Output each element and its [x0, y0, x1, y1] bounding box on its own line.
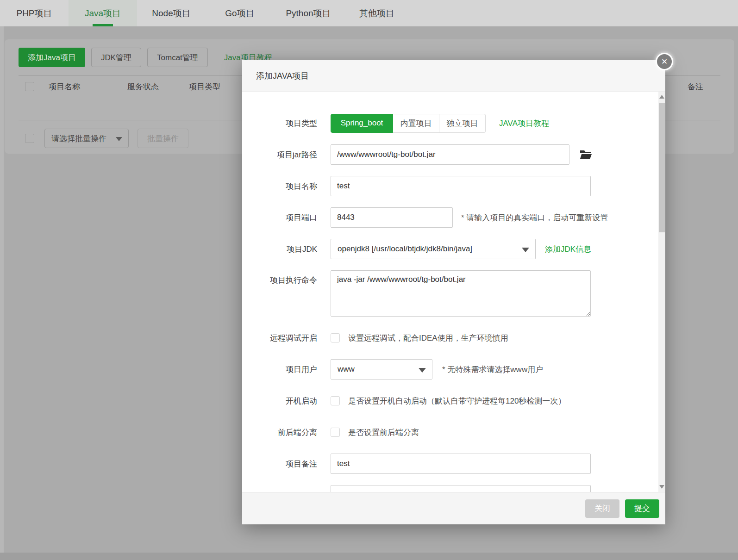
- project-type-springboot[interactable]: Spring_boot: [331, 114, 393, 133]
- java-toolbar: 添加Java项目 JDK管理 Tomcat管理 Java项目教程: [19, 48, 272, 67]
- project-type-tabbar: PHP项目 Java项目 Node项目 Go项目 Python项目 其他项目: [0, 0, 738, 26]
- autostart-checkbox[interactable]: [331, 396, 340, 405]
- tab-php[interactable]: PHP项目: [0, 0, 69, 26]
- add-jdk-link[interactable]: 添加JDK信息: [545, 244, 591, 255]
- row-project-type: 项目类型 Spring_boot 内置项目 独立项目 JAVA项目教程: [242, 113, 665, 133]
- row-exec-command: 项目执行命令 java -jar /www/wwwroot/tg-bot/bot…: [242, 270, 665, 317]
- project-user-select[interactable]: www: [331, 359, 432, 380]
- close-icon[interactable]: ✕: [656, 53, 673, 70]
- dialog-header: 添加JAVA项目: [242, 60, 665, 92]
- dialog-submit-button[interactable]: 提交: [625, 499, 659, 518]
- col-service-status: 服务状态: [127, 76, 159, 97]
- project-name-label: 项目名称: [242, 181, 317, 192]
- row-remote-debug: 远程调试开启 设置远程调试，配合IDEA使用，生产环境慎用: [242, 328, 665, 348]
- autostart-label: 开机启动: [242, 396, 317, 406]
- exec-command-label: 项目执行命令: [242, 275, 317, 286]
- row-front-back-separation: 前后端分离 是否设置前后端分离: [242, 422, 665, 442]
- project-port-hint: * 请输入项目的真实端口，启动可重新设置: [461, 212, 608, 223]
- row-project-port: 项目端口 * 请输入项目的真实端口，启动可重新设置: [242, 207, 665, 228]
- remote-debug-label: 远程调试开启: [242, 333, 317, 343]
- dialog-footer: 关闭 提交: [242, 492, 665, 524]
- project-type-builtin[interactable]: 内置项目: [393, 114, 439, 133]
- project-note-label: 项目备注: [242, 459, 317, 469]
- batch-operation-select-value: 请选择批量操作: [51, 133, 106, 144]
- project-port-input[interactable]: [331, 207, 453, 228]
- batch-operation-button[interactable]: 批量操作: [138, 129, 188, 148]
- page-bottom-strip: [0, 553, 738, 560]
- tab-other[interactable]: 其他项目: [343, 0, 411, 26]
- remote-debug-checkbox[interactable]: [331, 333, 340, 342]
- scrollbar-down-icon[interactable]: [658, 483, 665, 491]
- tab-java[interactable]: Java项目: [69, 0, 137, 26]
- tomcat-manage-button[interactable]: Tomcat管理: [147, 48, 208, 67]
- col-project-name: 项目名称: [49, 76, 80, 97]
- project-jdk-select[interactable]: openjdk8 [/usr/local/btjdk/jdk8/bin/java…: [331, 239, 536, 259]
- dialog-close-button[interactable]: 关闭: [585, 499, 619, 518]
- clipped-field-input[interactable]: [331, 485, 591, 492]
- project-type-standalone[interactable]: 独立项目: [439, 114, 486, 133]
- batch-select-checkbox[interactable]: [25, 134, 34, 143]
- folder-icon[interactable]: [580, 149, 592, 160]
- project-user-select-value: www: [338, 365, 355, 374]
- separation-label: 前后端分离: [242, 427, 317, 438]
- project-type-segmented: Spring_boot 内置项目 独立项目: [331, 114, 486, 133]
- scrollbar-thumb[interactable]: [659, 103, 665, 232]
- batch-operation-select[interactable]: 请选择批量操作: [44, 129, 129, 148]
- project-user-hint: * 无特殊需求请选择www用户: [442, 364, 543, 375]
- scrollbar-up-icon[interactable]: [658, 93, 665, 101]
- dialog-title: 添加JAVA项目: [256, 70, 309, 81]
- col-project-type: 项目类型: [189, 76, 220, 97]
- project-port-label: 项目端口: [242, 212, 317, 223]
- autostart-desc: 是否设置开机自动启动（默认自带守护进程每120秒检测一次）: [348, 396, 566, 406]
- jar-path-input[interactable]: [331, 144, 569, 165]
- add-java-project-dialog: ✕ 添加JAVA项目 项目类型 Spring_boot 内置项目 独立项目 JA…: [242, 60, 665, 524]
- separation-checkbox[interactable]: [331, 428, 340, 437]
- exec-command-textarea[interactable]: java -jar /www/wwwroot/tg-bot/bot.jar: [331, 270, 591, 317]
- row-project-name: 项目名称: [242, 176, 665, 196]
- remote-debug-desc: 设置远程调试，配合IDEA使用，生产环境慎用: [348, 333, 508, 343]
- row-clipped-field: [242, 485, 665, 492]
- row-project-jdk: 项目JDK openjdk8 [/usr/local/btjdk/jdk8/bi…: [242, 239, 665, 259]
- project-name-input[interactable]: [331, 176, 591, 196]
- row-jar-path: 项目jar路径: [242, 144, 665, 165]
- tab-node[interactable]: Node项目: [137, 0, 206, 26]
- jdk-manage-button[interactable]: JDK管理: [91, 48, 141, 67]
- row-project-user: 项目用户 www * 无特殊需求请选择www用户: [242, 359, 665, 380]
- jar-path-label: 项目jar路径: [242, 149, 317, 160]
- tab-go[interactable]: Go项目: [206, 0, 274, 26]
- col-note: 备注: [688, 76, 703, 97]
- project-user-label: 项目用户: [242, 364, 317, 375]
- project-type-label: 项目类型: [242, 118, 317, 129]
- dialog-scrollbar[interactable]: [658, 92, 665, 492]
- select-all-checkbox[interactable]: [25, 82, 34, 91]
- row-project-note: 项目备注: [242, 454, 665, 474]
- add-java-project-button[interactable]: 添加Java项目: [19, 48, 85, 67]
- dialog-body: 项目类型 Spring_boot 内置项目 独立项目 JAVA项目教程 项目ja…: [242, 92, 665, 492]
- project-jdk-label: 项目JDK: [242, 244, 317, 255]
- project-note-input[interactable]: [331, 454, 591, 474]
- separation-desc: 是否设置前后端分离: [348, 427, 419, 438]
- page-left-gutter: [0, 26, 4, 560]
- tab-python[interactable]: Python项目: [274, 0, 343, 26]
- batch-operations-row: 请选择批量操作 批量操作: [25, 129, 188, 148]
- java-project-tutorial-link[interactable]: JAVA项目教程: [499, 118, 549, 129]
- row-autostart: 开机启动 是否设置开机自动启动（默认自带守护进程每120秒检测一次）: [242, 391, 665, 411]
- project-jdk-select-value: openjdk8 [/usr/local/btjdk/jdk8/bin/java…: [338, 244, 472, 254]
